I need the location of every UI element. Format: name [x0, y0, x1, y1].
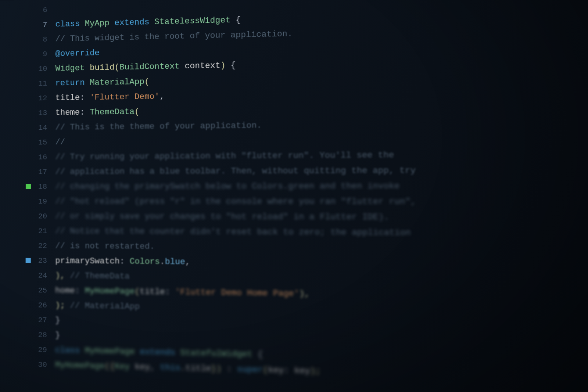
- line-number: 30: [38, 360, 47, 369]
- line-number: 19: [38, 197, 47, 206]
- line-number: 12: [38, 94, 47, 102]
- line-number: 22: [38, 241, 47, 250]
- gutter: 6 7 8 9 10 11 12 13 14 15 16 17 18 19 20…: [0, 2, 55, 392]
- line-number: 23: [38, 256, 47, 265]
- line-number: 21: [38, 227, 47, 235]
- line-number: 25: [38, 286, 47, 295]
- code-editor[interactable]: 6 7 8 9 10 11 12 13 14 15 16 17 18 19 20…: [0, 0, 588, 392]
- line-number: 15: [38, 138, 47, 147]
- line-number: 8: [43, 35, 47, 43]
- line-number: 28: [38, 331, 47, 339]
- line-number: 27: [38, 316, 47, 324]
- line-number: 7: [43, 20, 47, 29]
- line-number: 14: [38, 123, 47, 132]
- line-number: 26: [38, 301, 47, 310]
- code-area[interactable]: class MyApp extends StatelessWidget { //…: [55, 0, 588, 392]
- code-line[interactable]: // or simply save your changes to "hot r…: [55, 209, 588, 226]
- line-number: 11: [38, 79, 47, 87]
- modification-marker-icon: [26, 184, 31, 189]
- modification-marker-icon: [26, 258, 31, 263]
- code-line[interactable]: // changing the primarySwatch below to C…: [55, 178, 588, 194]
- line-number: 17: [38, 168, 47, 176]
- line-number: 10: [38, 64, 47, 73]
- line-number: 16: [38, 153, 47, 161]
- line-number: 20: [38, 212, 47, 220]
- line-number: 9: [43, 50, 47, 58]
- line-number: 6: [43, 6, 47, 14]
- line-number: 24: [38, 271, 47, 280]
- line-number: 29: [38, 345, 47, 354]
- line-number: 18: [38, 182, 47, 191]
- line-number: 13: [38, 108, 47, 117]
- code-line[interactable]: // "hot reload" (press "r" in the consol…: [55, 194, 588, 210]
- code-line[interactable]: // application has a blue toolbar. Then,…: [55, 162, 588, 179]
